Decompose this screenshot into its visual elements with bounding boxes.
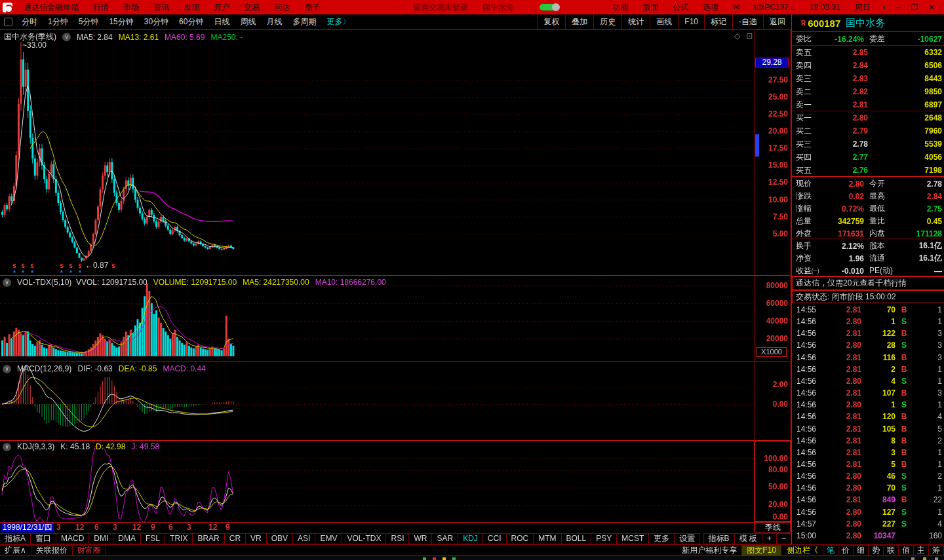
panel-tab-值[interactable]: 值 bbox=[898, 545, 914, 556]
tab-+[interactable]: + bbox=[762, 533, 777, 544]
period-分时[interactable]: 分时 bbox=[16, 16, 43, 28]
period-5分钟[interactable]: 5分钟 bbox=[73, 16, 104, 28]
panel-tab-筹[interactable]: 筹 bbox=[928, 545, 944, 556]
tab-RSI[interactable]: RSI bbox=[385, 533, 409, 544]
tab-FSL[interactable]: FSL bbox=[140, 533, 165, 544]
statusbar-关联报价[interactable]: 关联报价 bbox=[31, 545, 73, 556]
period-60分钟[interactable]: 60分钟 bbox=[174, 16, 208, 28]
menu-圈子[interactable]: 圈子 bbox=[297, 2, 327, 13]
menu-问达[interactable]: 问达 bbox=[267, 2, 297, 13]
menu-选项[interactable]: 选项 bbox=[696, 2, 726, 13]
clock: 19:03:31 bbox=[802, 3, 848, 12]
tool-历史[interactable]: 历史 bbox=[593, 14, 621, 29]
menu-功能[interactable]: 功能 bbox=[605, 2, 635, 13]
panel-tab-价[interactable]: 价 bbox=[838, 545, 854, 556]
login-status[interactable]: 证券交易未登录 bbox=[406, 2, 475, 13]
menu-发现[interactable]: 发现 bbox=[176, 2, 206, 13]
tab-更多[interactable]: 更多 bbox=[648, 533, 675, 544]
tab-−[interactable]: − bbox=[776, 533, 791, 544]
tab-MACD[interactable]: MACD bbox=[56, 533, 89, 544]
diamond-icon[interactable]: ◇ bbox=[734, 31, 740, 41]
period-多周期[interactable]: 多周期 bbox=[287, 16, 321, 28]
period-15分钟[interactable]: 15分钟 bbox=[104, 16, 138, 28]
tab-TRIX[interactable]: TRIX bbox=[165, 533, 193, 544]
maximize-button[interactable]: ❐ bbox=[905, 3, 923, 12]
tab-BOLL[interactable]: BOLL bbox=[561, 533, 592, 544]
period-周线[interactable]: 周线 bbox=[235, 16, 261, 28]
tick-row: 14:562.804S1 bbox=[792, 375, 944, 387]
menu-市场[interactable]: 市场 bbox=[116, 2, 146, 13]
tool-叠加[interactable]: 叠加 bbox=[565, 14, 593, 29]
statusbar-扩展∧[interactable]: 扩展∧ bbox=[0, 545, 31, 556]
period-1分钟[interactable]: 1分钟 bbox=[43, 16, 73, 28]
tab-DMA[interactable]: DMA bbox=[113, 533, 141, 544]
f10-button[interactable]: 图文F10 bbox=[741, 545, 781, 556]
tab-模 板[interactable]: 模 板 bbox=[734, 533, 762, 544]
back-button[interactable]: ‹ bbox=[877, 3, 890, 12]
menu-资讯[interactable]: 资讯 bbox=[146, 2, 176, 13]
tab-CR[interactable]: CR bbox=[224, 533, 246, 544]
panel-tab-主[interactable]: 主 bbox=[913, 545, 929, 556]
tab-MCST[interactable]: MCST bbox=[616, 533, 649, 544]
tab-WR[interactable]: WR bbox=[408, 533, 432, 544]
tab-窗口[interactable]: 窗口 bbox=[30, 533, 56, 544]
tool-标记[interactable]: 标记 bbox=[704, 14, 732, 29]
tab-VR[interactable]: VR bbox=[245, 533, 267, 544]
bid-row: 买四2.774056 bbox=[792, 151, 944, 164]
minimize-button[interactable]: – bbox=[890, 3, 905, 12]
stat-label: 最高 bbox=[864, 191, 894, 202]
period-日线[interactable]: 日线 bbox=[208, 16, 235, 28]
collapse-volume-icon[interactable]: ∨ bbox=[3, 278, 11, 287]
panel-tab-联[interactable]: 联 bbox=[883, 545, 899, 556]
tool-统计[interactable]: 统计 bbox=[621, 14, 650, 29]
tab-SAR[interactable]: SAR bbox=[431, 533, 458, 544]
tick-volume: 70 bbox=[861, 305, 895, 314]
tab-KDJ[interactable]: KDJ bbox=[458, 533, 483, 544]
promo-banner[interactable]: 通达信，仅需20元查看千档行情 bbox=[792, 276, 944, 290]
more-periods-button[interactable]: 更多〉 bbox=[321, 16, 355, 28]
promo-text[interactable]: 新用户福利专享 bbox=[677, 545, 742, 556]
volume-axis-label: 60000 bbox=[755, 299, 788, 308]
tab-EMV[interactable]: EMV bbox=[315, 533, 342, 544]
tool--自选[interactable]: -自选 bbox=[732, 14, 763, 29]
period-月线[interactable]: 月线 bbox=[261, 16, 287, 28]
tab-OBV[interactable]: OBV bbox=[266, 533, 293, 544]
tool-画线[interactable]: 画线 bbox=[650, 14, 678, 29]
tab-ASI[interactable]: ASI bbox=[292, 533, 315, 544]
sidebar-toggle[interactable]: 侧边栏《 bbox=[781, 545, 823, 556]
tab-MTM[interactable]: MTM bbox=[533, 533, 561, 544]
menu-交易[interactable]: 交易 bbox=[237, 2, 267, 13]
tab-ROC[interactable]: ROC bbox=[506, 533, 534, 544]
tool-F10[interactable]: F10 bbox=[678, 14, 704, 29]
close-button[interactable]: ✕ bbox=[923, 3, 940, 12]
tab-CCI[interactable]: CCI bbox=[482, 533, 507, 544]
tab-PSY[interactable]: PSY bbox=[591, 533, 617, 544]
tab-DMI[interactable]: DMI bbox=[88, 533, 113, 544]
tool-复权[interactable]: 复权 bbox=[537, 14, 565, 29]
mail-icon[interactable]: ✉ bbox=[726, 3, 747, 12]
period-30分钟[interactable]: 30分钟 bbox=[139, 16, 174, 28]
theme-toggle[interactable] bbox=[540, 4, 559, 10]
panel-tab-笔[interactable]: 笔 bbox=[823, 545, 838, 556]
menu-开户[interactable]: 开户 bbox=[206, 2, 237, 13]
menu-公式[interactable]: 公式 bbox=[665, 2, 696, 13]
tab-指标B[interactable]: 指标B bbox=[703, 533, 735, 544]
tick-count: 1 bbox=[913, 508, 944, 517]
tick-price: 2.81 bbox=[823, 365, 861, 374]
grid-icon[interactable]: ⊡ bbox=[746, 31, 753, 41]
menu-版面[interactable]: 版面 bbox=[635, 2, 665, 13]
tab-指标A[interactable]: 指标A bbox=[0, 533, 31, 544]
tab-BRAR[interactable]: BRAR bbox=[192, 533, 224, 544]
menu-行情[interactable]: 行情 bbox=[86, 2, 116, 13]
layout-icon[interactable] bbox=[4, 18, 12, 26]
tab-VOL-TDX[interactable]: VOL-TDX bbox=[342, 533, 386, 544]
collapse-macd-icon[interactable]: ∨ bbox=[3, 365, 11, 373]
tick-volume: 28 bbox=[861, 341, 895, 350]
panel-tab-细[interactable]: 细 bbox=[853, 545, 869, 556]
collapse-pane-icon[interactable]: ∨ bbox=[62, 33, 71, 41]
statusbar-财富圈[interactable]: 财富圈 bbox=[72, 545, 106, 556]
collapse-kdj-icon[interactable]: ∨ bbox=[3, 443, 11, 451]
tool-返回[interactable]: 返回 bbox=[763, 14, 791, 29]
tab-设置[interactable]: 设置 bbox=[674, 533, 700, 544]
panel-tab-势[interactable]: 势 bbox=[868, 545, 884, 556]
